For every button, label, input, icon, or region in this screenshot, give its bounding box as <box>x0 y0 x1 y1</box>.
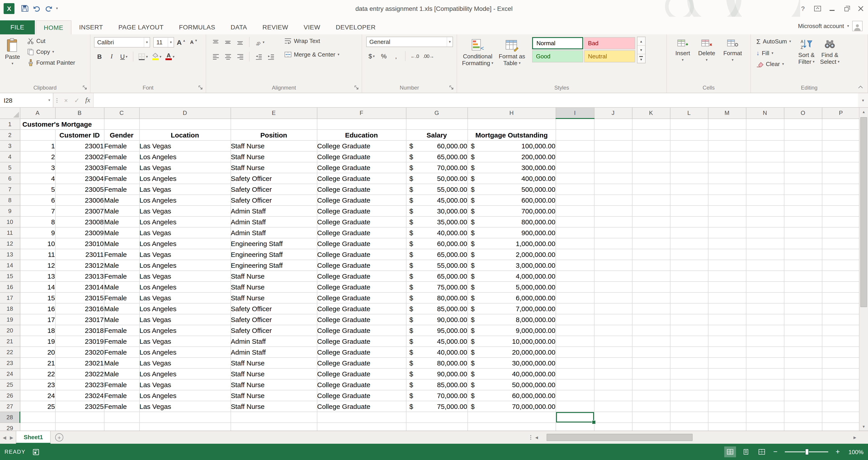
cell-J8[interactable] <box>594 195 632 205</box>
cell-E4[interactable]: Staff Nurse <box>230 151 317 162</box>
cell-J5[interactable] <box>594 162 632 173</box>
cell-K6[interactable] <box>632 173 670 184</box>
cell-G9[interactable]: $30,000.00 <box>406 205 467 216</box>
cell-L9[interactable] <box>670 205 708 216</box>
cell-I28[interactable] <box>556 411 594 423</box>
merge-center-button[interactable]: Merge & Center ▾ <box>283 50 341 59</box>
cell-A11[interactable]: 9 <box>20 227 55 238</box>
cell-A27[interactable]: 25 <box>20 401 55 411</box>
cell-J7[interactable] <box>594 184 632 195</box>
cell-B15[interactable]: 23013 <box>55 270 104 281</box>
accounting-dropdown-arrow[interactable]: ▾ <box>373 54 375 58</box>
cell-G18[interactable]: $85,000.00 <box>406 303 467 314</box>
cell-E6[interactable]: Safety Officer <box>230 173 317 184</box>
cell-L5[interactable] <box>670 162 708 173</box>
cell-B19[interactable]: 23017 <box>55 314 104 325</box>
cell-J22[interactable] <box>594 346 632 357</box>
cell-F4[interactable]: College Graduate <box>317 151 406 162</box>
cell-H27[interactable]: $70,000,000.00 <box>467 401 556 411</box>
cell-E7[interactable]: Safety Officer <box>230 184 317 195</box>
cell-E25[interactable]: Staff Nurse <box>230 379 317 390</box>
cell-I21[interactable] <box>556 336 594 346</box>
cell-D17[interactable]: Las Vegas <box>139 292 230 303</box>
row-header-18[interactable]: 18 <box>0 303 20 314</box>
save-button[interactable] <box>19 3 30 14</box>
cell-B29[interactable] <box>55 423 104 431</box>
ribbon-tab-insert[interactable]: INSERT <box>71 20 111 34</box>
cell-C26[interactable]: Female <box>104 390 139 401</box>
cell-H12[interactable]: $1,000,000.00 <box>467 238 556 249</box>
column-header-A[interactable]: A <box>20 108 55 118</box>
cell-P4[interactable] <box>822 151 859 162</box>
cell-F21[interactable]: College Graduate <box>317 336 406 346</box>
column-header-G[interactable]: G <box>406 108 467 118</box>
cell-P13[interactable] <box>822 249 859 260</box>
cell-L17[interactable] <box>670 292 708 303</box>
cell-J20[interactable] <box>594 325 632 336</box>
cell-F9[interactable]: College Graduate <box>317 205 406 216</box>
cell-F29[interactable] <box>317 423 406 431</box>
cell-I11[interactable] <box>556 227 594 238</box>
column-header-I[interactable]: I <box>556 108 594 118</box>
cell-I12[interactable] <box>556 238 594 249</box>
undo-button[interactable] <box>31 3 42 14</box>
cell-J3[interactable] <box>594 140 632 151</box>
close-button[interactable] <box>854 0 868 17</box>
zoom-slider[interactable] <box>785 452 828 452</box>
scrollbar-splitter[interactable] <box>530 435 531 440</box>
cell-L6[interactable] <box>670 173 708 184</box>
cell-E13[interactable]: Engineering Staff <box>230 249 317 260</box>
cell-C11[interactable]: Male <box>104 227 139 238</box>
row-header-12[interactable]: 12 <box>0 238 20 249</box>
cell-C15[interactable]: Female <box>104 270 139 281</box>
cell-H22[interactable]: $20,000,000.00 <box>467 346 556 357</box>
cell-G20[interactable]: $95,000.00 <box>406 325 467 336</box>
merge-center-dropdown-arrow[interactable]: ▾ <box>338 53 340 57</box>
cell-A7[interactable]: 5 <box>20 184 55 195</box>
cell-O1[interactable] <box>784 118 822 130</box>
normal-view-button[interactable] <box>724 447 736 457</box>
ribbon-tab-formulas[interactable]: FORMULAS <box>171 20 223 34</box>
cell-N23[interactable] <box>746 357 784 368</box>
cell-L15[interactable] <box>670 270 708 281</box>
cell-K22[interactable] <box>632 346 670 357</box>
cell-E9[interactable]: Admin Staff <box>230 205 317 216</box>
clear-button[interactable]: Clear ▾ <box>754 60 793 68</box>
row-header-24[interactable]: 24 <box>0 368 20 379</box>
cell-L3[interactable] <box>670 140 708 151</box>
cell-K1[interactable] <box>632 118 670 130</box>
cell-L12[interactable] <box>670 238 708 249</box>
row-header-5[interactable]: 5 <box>0 162 20 173</box>
cell-C24[interactable]: Male <box>104 368 139 379</box>
cell-O6[interactable] <box>784 173 822 184</box>
vertical-scroll-track[interactable] <box>860 116 868 423</box>
cell-F12[interactable]: College Graduate <box>317 238 406 249</box>
cell-D24[interactable]: Los Angeles <box>139 368 230 379</box>
cell-C12[interactable]: Male <box>104 238 139 249</box>
cell-J13[interactable] <box>594 249 632 260</box>
cell-M21[interactable] <box>708 336 746 346</box>
underline-dropdown-arrow[interactable]: ▾ <box>126 55 127 59</box>
decrease-font-size-button[interactable]: A▼ <box>188 37 199 48</box>
number-format-dropdown-arrow[interactable]: ▾ <box>447 37 453 47</box>
cell-B14[interactable]: 23012 <box>55 260 104 270</box>
cell-L20[interactable] <box>670 325 708 336</box>
cell-P25[interactable] <box>822 379 859 390</box>
cell-F1[interactable] <box>317 118 406 130</box>
cell-C17[interactable]: Female <box>104 292 139 303</box>
cell-G12[interactable]: $60,000.00 <box>406 238 467 249</box>
cell-E20[interactable]: Safety Officer <box>230 325 317 336</box>
row-header-14[interactable]: 14 <box>0 260 20 270</box>
cell-I27[interactable] <box>556 401 594 411</box>
row-header-26[interactable]: 26 <box>0 390 20 401</box>
cell-J27[interactable] <box>594 401 632 411</box>
cell-D26[interactable]: Los Angeles <box>139 390 230 401</box>
cell-D8[interactable]: Los Angeles <box>139 195 230 205</box>
cell-M7[interactable] <box>708 184 746 195</box>
cell-I16[interactable] <box>556 281 594 292</box>
cell-J16[interactable] <box>594 281 632 292</box>
font-size-dropdown-arrow[interactable]: ▾ <box>168 37 174 47</box>
cell-K20[interactable] <box>632 325 670 336</box>
row-header-9[interactable]: 9 <box>0 205 20 216</box>
cell-O8[interactable] <box>784 195 822 205</box>
